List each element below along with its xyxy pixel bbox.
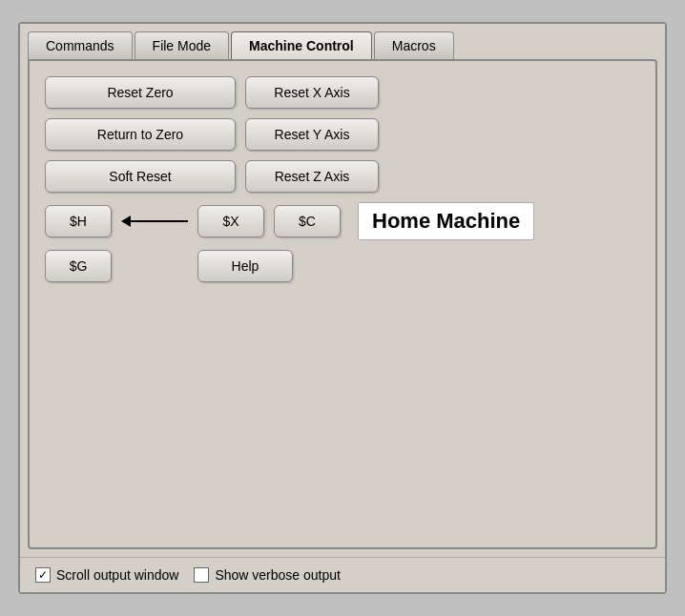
dollar-h-button[interactable]: $H bbox=[45, 205, 112, 237]
tab-file-mode[interactable]: File Mode bbox=[135, 31, 229, 59]
row-3: Soft Reset Reset Z Axis bbox=[45, 160, 640, 193]
help-button[interactable]: Help bbox=[197, 250, 293, 282]
row-4: $H $X $C Home Machine bbox=[45, 202, 640, 240]
row-5: $G Help bbox=[45, 250, 640, 282]
reset-y-axis-button[interactable]: Reset Y Axis bbox=[245, 118, 379, 151]
arrow-shaft bbox=[131, 220, 188, 222]
row-1: Reset Zero Reset X Axis bbox=[45, 76, 640, 109]
bottom-bar: Scroll output window Show verbose output bbox=[20, 557, 665, 592]
return-to-zero-button[interactable]: Return to Zero bbox=[45, 118, 236, 151]
dollar-g-button[interactable]: $G bbox=[45, 250, 112, 282]
scroll-output-checkbox[interactable] bbox=[35, 567, 51, 583]
reset-zero-button[interactable]: Reset Zero bbox=[45, 76, 236, 109]
tab-macros[interactable]: Macros bbox=[374, 31, 454, 59]
main-window: Commands File Mode Machine Control Macro… bbox=[18, 22, 667, 594]
dollar-c-button[interactable]: $C bbox=[274, 205, 341, 237]
soft-reset-button[interactable]: Soft Reset bbox=[45, 160, 236, 193]
show-verbose-label: Show verbose output bbox=[215, 567, 341, 583]
content-area: Reset Zero Reset X Axis Return to Zero R… bbox=[28, 59, 657, 549]
arrow-head-icon bbox=[121, 216, 131, 227]
reset-x-axis-button[interactable]: Reset X Axis bbox=[245, 76, 379, 109]
home-machine-label: Home Machine bbox=[358, 202, 534, 240]
row-2: Return to Zero Reset Y Axis bbox=[45, 118, 640, 151]
show-verbose-group: Show verbose output bbox=[194, 567, 341, 583]
tab-machine-control[interactable]: Machine Control bbox=[231, 31, 372, 59]
reset-z-axis-button[interactable]: Reset Z Axis bbox=[245, 160, 379, 193]
tab-commands[interactable]: Commands bbox=[28, 31, 133, 59]
scroll-output-label: Scroll output window bbox=[56, 567, 178, 583]
scroll-output-group: Scroll output window bbox=[35, 567, 178, 583]
tab-bar: Commands File Mode Machine Control Macro… bbox=[20, 24, 665, 59]
arrow bbox=[121, 216, 188, 227]
dollar-x-button[interactable]: $X bbox=[197, 205, 264, 237]
show-verbose-checkbox[interactable] bbox=[194, 567, 209, 583]
